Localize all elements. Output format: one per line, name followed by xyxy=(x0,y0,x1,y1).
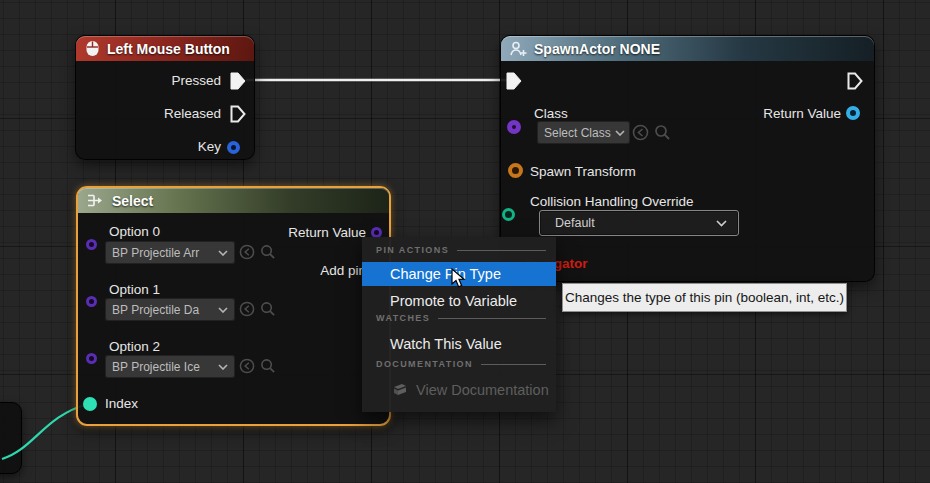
class-dropdown-value: Select Class xyxy=(544,126,611,140)
browse-asset-icon[interactable] xyxy=(654,124,671,145)
option2-dropdown-value: BP Projectile Ice xyxy=(112,360,200,374)
node-title: Select xyxy=(112,193,153,209)
spawn-transform-pin-label: Spawn Transform xyxy=(530,164,636,180)
left-mouse-button-header[interactable]: Left Mouse Button xyxy=(76,36,254,61)
menu-section-pin-actions: PIN ACTIONS xyxy=(376,245,546,255)
collision-dropdown-value: Default xyxy=(555,216,595,230)
option0-dropdown-value: BP Projectile Arr xyxy=(112,246,199,260)
index-pin-label: Index xyxy=(105,396,138,412)
chevron-down-icon xyxy=(716,220,727,227)
select-node[interactable]: Select Option 0 BP Projectile Arr Return… xyxy=(76,186,391,426)
use-selected-asset-icon[interactable] xyxy=(239,244,255,264)
menu-item-label: View Documentation xyxy=(416,382,549,398)
spawn-actor-header[interactable]: SpawnActor NONE xyxy=(501,36,874,61)
mouse-cursor xyxy=(451,268,467,293)
collision-handling-dropdown[interactable]: Default xyxy=(539,210,739,236)
chevron-down-icon xyxy=(615,130,625,136)
left-mouse-button-node[interactable]: Left Mouse Button Pressed Released Key xyxy=(75,35,255,160)
use-selected-asset-icon[interactable] xyxy=(239,358,255,378)
released-pin-label: Released xyxy=(164,106,221,122)
option0-pin[interactable] xyxy=(86,239,97,250)
class-dropdown[interactable]: Select Class xyxy=(537,121,630,144)
option1-pin-label: Option 1 xyxy=(109,282,160,298)
option0-dropdown[interactable]: BP Projectile Arr xyxy=(105,241,235,264)
menu-section-documentation: DOCUMENTATION xyxy=(376,359,546,369)
tooltip: Changes the type of this pin (boolean, i… xyxy=(562,283,847,312)
node-title: Left Mouse Button xyxy=(107,41,230,57)
book-icon xyxy=(393,383,407,396)
collision-handling-pin-label: Collision Handling Override xyxy=(530,194,694,210)
menu-section-watches: WATCHES xyxy=(376,313,546,323)
pressed-exec-pin[interactable] xyxy=(230,72,246,90)
option0-pin-label: Option 0 xyxy=(109,224,160,240)
exec-out-pin[interactable] xyxy=(847,72,863,90)
option2-dropdown[interactable]: BP Projectile Ice xyxy=(105,355,235,378)
released-exec-pin[interactable] xyxy=(230,105,246,123)
menu-item-label: Change Pin Type xyxy=(390,266,501,282)
mouse-icon xyxy=(85,40,100,57)
use-selected-asset-icon[interactable] xyxy=(632,124,649,145)
option1-pin[interactable] xyxy=(86,296,97,307)
index-pin[interactable] xyxy=(83,397,97,411)
browse-asset-icon[interactable] xyxy=(260,244,276,264)
blueprint-graph-canvas[interactable]: Left Mouse Button Pressed Released Key xyxy=(0,0,930,483)
section-divider xyxy=(438,318,546,319)
section-divider xyxy=(457,250,546,251)
browse-asset-icon[interactable] xyxy=(260,301,276,321)
pin-context-menu: PIN ACTIONS Change Pin Type Promote to V… xyxy=(362,237,556,412)
section-header-label: PIN ACTIONS xyxy=(376,245,449,255)
pressed-pin-label: Pressed xyxy=(171,73,221,89)
browse-asset-icon[interactable] xyxy=(260,358,276,378)
spawn-actor-icon xyxy=(510,41,527,57)
option1-dropdown[interactable]: BP Projectile Da xyxy=(105,298,235,321)
option2-pin-label: Option 2 xyxy=(109,339,160,355)
chevron-down-icon xyxy=(218,364,228,370)
add-pin-label[interactable]: Add pin xyxy=(320,263,366,279)
menu-item-label: Watch This Value xyxy=(390,336,502,352)
spawn-actor-node[interactable]: SpawnActor NONE Class Select Class xyxy=(500,35,875,282)
menu-item-label: Promote to Variable xyxy=(390,293,517,309)
select-node-header[interactable]: Select xyxy=(78,188,389,213)
exec-in-pin[interactable] xyxy=(506,72,522,90)
menu-item-view-documentation[interactable]: View Documentation xyxy=(362,377,556,402)
spawn-transform-pin[interactable] xyxy=(508,163,523,178)
return-value-pin[interactable] xyxy=(846,106,860,120)
key-pin[interactable] xyxy=(227,141,240,154)
section-header-label: DOCUMENTATION xyxy=(376,359,473,369)
option1-dropdown-value: BP Projectile Da xyxy=(112,303,199,317)
tooltip-text: Changes the type of this pin (boolean, i… xyxy=(565,290,844,305)
node-title: SpawnActor NONE xyxy=(534,41,660,57)
menu-item-watch-this-value[interactable]: Watch This Value xyxy=(362,332,556,355)
option2-pin[interactable] xyxy=(86,353,97,364)
select-node-icon xyxy=(87,193,105,208)
chevron-down-icon xyxy=(218,307,228,313)
collision-handling-pin[interactable] xyxy=(502,208,515,221)
key-pin-label: Key xyxy=(198,139,221,155)
section-header-label: WATCHES xyxy=(376,313,430,323)
use-selected-asset-icon[interactable] xyxy=(239,301,255,321)
section-divider xyxy=(481,364,546,365)
chevron-down-icon xyxy=(218,250,228,256)
select-return-value-label: Return Value xyxy=(288,225,366,241)
class-pin-label: Class xyxy=(534,106,568,122)
return-value-pin-label: Return Value xyxy=(763,106,841,122)
class-pin[interactable] xyxy=(507,120,521,134)
